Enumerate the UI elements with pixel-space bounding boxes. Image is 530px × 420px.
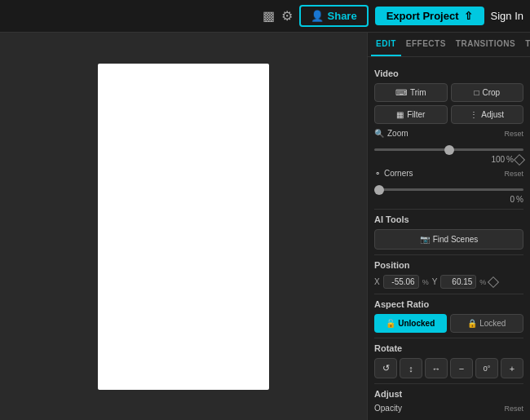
video-section-title: Video <box>374 69 523 78</box>
zoom-diamond-icon[interactable] <box>514 153 525 165</box>
corners-label: ⚬ Corners <box>374 169 413 178</box>
export-button[interactable]: Export Project ⇧ <box>375 7 484 25</box>
tab-timing[interactable]: TIMING <box>520 33 530 56</box>
opacity-reset[interactable]: Reset <box>504 405 523 413</box>
corners-reset[interactable]: Reset <box>504 170 523 178</box>
pos-y-input[interactable] <box>440 275 476 289</box>
pos-x-pct: % <box>422 278 429 286</box>
opacity-label-row: Opacity Reset <box>374 404 523 413</box>
aspect-ratio-row: 🔓 Unlocked 🔒 Locked <box>374 314 523 333</box>
zoom-slider-row: 🔍 Zoom Reset 100 % <box>374 129 523 164</box>
signin-label: Sign In <box>491 10 523 22</box>
share-button[interactable]: 👤 Share <box>299 5 369 27</box>
filter-icon: ▦ <box>396 110 404 119</box>
divider-2 <box>374 254 523 255</box>
rotate-minus-button[interactable]: − <box>450 358 473 378</box>
adjust-video-button[interactable]: ⋮ Adjust <box>451 105 524 124</box>
canvas-preview <box>98 64 269 390</box>
opacity-label: Opacity <box>374 404 402 413</box>
canvas-area <box>0 33 367 420</box>
aspect-ratio-title: Aspect Ratio <box>374 299 523 309</box>
zoom-value: 100 <box>491 155 505 164</box>
trim-icon: ⌨ <box>395 88 407 97</box>
position-row: X % Y % <box>374 275 523 289</box>
rotate-row: ↺ ↕ ↔ − 0° + <box>374 358 523 378</box>
zoom-label: 🔍 Zoom <box>374 129 409 138</box>
rotate-angle-button[interactable]: 0° <box>475 358 498 378</box>
zoom-label-row: 🔍 Zoom Reset <box>374 129 523 138</box>
panel-content: Video ⌨ Trim □ Crop ▦ Filter ⋮ Adjust <box>368 57 530 420</box>
adjust-icon: ⋮ <box>470 110 478 119</box>
rotate-ccw-button[interactable]: ↺ <box>374 358 397 378</box>
corners-value: 0 <box>510 195 515 204</box>
rotate-title: Rotate <box>374 343 523 353</box>
tabs-bar: EDIT EFFECTS TRANSITIONS TIMING <box>368 33 530 57</box>
video-tools-grid: ⌨ Trim □ Crop ▦ Filter ⋮ Adjust <box>374 83 523 124</box>
divider-3 <box>374 294 523 294</box>
tab-effects[interactable]: EFFECTS <box>401 33 451 56</box>
tab-transitions[interactable]: TRANSITIONS <box>451 33 520 56</box>
corners-label-row: ⚬ Corners Reset <box>374 169 523 178</box>
filter-button[interactable]: ▦ Filter <box>374 105 448 124</box>
divider-4 <box>374 338 523 338</box>
lock-icon: 🔒 <box>467 319 477 328</box>
corners-value-row: 0 % <box>374 195 523 204</box>
rotate-plus-button[interactable]: + <box>501 358 523 378</box>
header: ▩ ⚙ 👤 Share Export Project ⇧ Sign In <box>0 0 530 33</box>
corners-icon: ⚬ <box>374 169 381 178</box>
pos-y-pct: % <box>479 278 486 286</box>
zoom-icon: 🔍 <box>374 129 384 138</box>
gear-icon[interactable]: ⚙ <box>281 8 293 24</box>
zoom-slider[interactable] <box>374 148 523 151</box>
flip-v-button[interactable]: ↕ <box>400 358 422 378</box>
divider-5 <box>374 383 523 384</box>
unlock-icon: 🔓 <box>386 319 395 328</box>
position-diamond-icon[interactable] <box>488 276 499 287</box>
pos-y-label: Y <box>432 277 438 286</box>
zoom-value-row: 100 % <box>374 155 523 164</box>
tab-edit[interactable]: EDIT <box>371 33 401 56</box>
unlocked-button[interactable]: 🔓 Unlocked <box>374 314 447 333</box>
share-icon: 👤 <box>311 10 324 22</box>
pos-x-label: X <box>374 277 380 286</box>
corners-slider-row: ⚬ Corners Reset 0 % <box>374 169 523 204</box>
divider-1 <box>374 209 523 210</box>
position-title: Position <box>374 260 523 270</box>
ai-tools-title: AI Tools <box>374 214 523 224</box>
corners-pct: % <box>516 195 523 204</box>
upload-icon: ⇧ <box>464 10 473 22</box>
share-label: Share <box>328 10 357 22</box>
pos-x-input[interactable] <box>383 275 419 289</box>
crop-button[interactable]: □ Crop <box>451 83 524 102</box>
find-scenes-button[interactable]: 📷 Find Scenes <box>374 229 523 250</box>
flip-h-button[interactable]: ↔ <box>425 358 448 378</box>
export-label: Export Project <box>386 10 459 22</box>
find-scenes-icon: 📷 <box>420 235 430 244</box>
signin-button[interactable]: Sign In <box>491 10 523 22</box>
main-layout: EDIT EFFECTS TRANSITIONS TIMING Video ⌨ … <box>0 33 530 420</box>
zoom-reset[interactable]: Reset <box>504 130 523 138</box>
monitor-icon[interactable]: ▩ <box>263 8 275 24</box>
right-panel: EDIT EFFECTS TRANSITIONS TIMING Video ⌨ … <box>367 33 530 420</box>
crop-icon: □ <box>474 88 479 97</box>
adjust-title: Adjust <box>374 389 523 399</box>
locked-button[interactable]: 🔒 Locked <box>450 314 524 333</box>
trim-button[interactable]: ⌨ Trim <box>374 83 448 102</box>
corners-slider[interactable] <box>374 188 523 191</box>
